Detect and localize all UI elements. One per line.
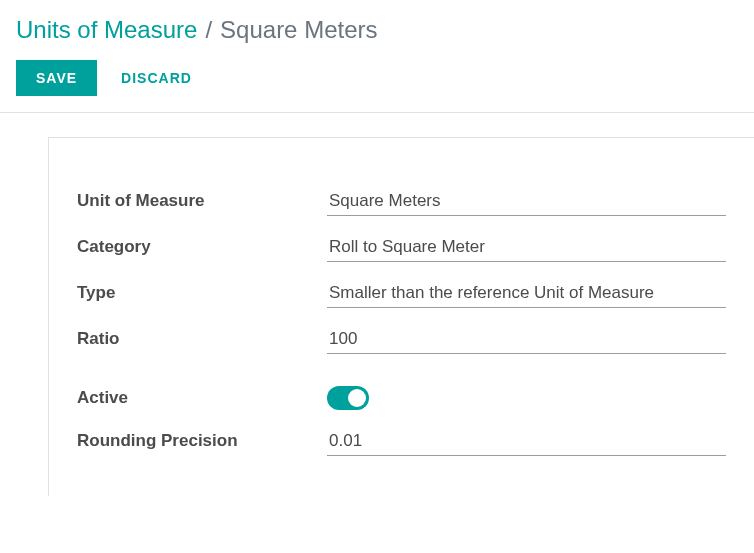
- active-toggle[interactable]: [327, 386, 369, 410]
- save-button[interactable]: SAVE: [16, 60, 97, 96]
- rounding-precision-label: Rounding Precision: [77, 431, 327, 451]
- breadcrumb-current: Square Meters: [220, 16, 377, 44]
- breadcrumb-parent-link[interactable]: Units of Measure: [16, 16, 197, 44]
- action-buttons: SAVE DISCARD: [16, 60, 738, 96]
- unit-of-measure-input[interactable]: Square Meters: [327, 186, 726, 216]
- category-row: Category Roll to Square Meter: [77, 232, 726, 262]
- active-toggle-container: [327, 386, 726, 410]
- ratio-row: Ratio 100: [77, 324, 726, 354]
- unit-of-measure-row: Unit of Measure Square Meters: [77, 186, 726, 216]
- rounding-precision-input[interactable]: 0.01: [327, 426, 726, 456]
- category-label: Category: [77, 237, 327, 257]
- breadcrumb: Units of Measure / Square Meters: [16, 16, 738, 44]
- category-input[interactable]: Roll to Square Meter: [327, 232, 726, 262]
- type-select[interactable]: Smaller than the reference Unit of Measu…: [327, 278, 726, 308]
- toggle-knob: [348, 389, 366, 407]
- form-container: Unit of Measure Square Meters Category R…: [48, 137, 754, 496]
- unit-of-measure-label: Unit of Measure: [77, 191, 327, 211]
- type-label: Type: [77, 283, 327, 303]
- ratio-label: Ratio: [77, 329, 327, 349]
- active-label: Active: [77, 388, 327, 408]
- type-row: Type Smaller than the reference Unit of …: [77, 278, 726, 308]
- rounding-precision-row: Rounding Precision 0.01: [77, 426, 726, 456]
- active-row: Active: [77, 386, 726, 410]
- breadcrumb-separator: /: [205, 16, 212, 44]
- ratio-input[interactable]: 100: [327, 324, 726, 354]
- header-divider: [0, 112, 754, 113]
- discard-button[interactable]: DISCARD: [113, 60, 200, 96]
